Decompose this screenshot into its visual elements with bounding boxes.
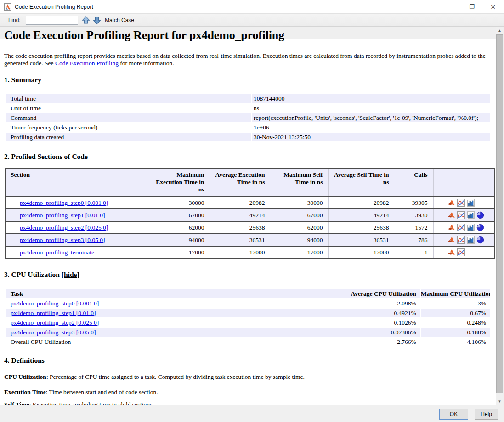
cpu-utilization-table: Task Average CPU Utilization Maximum CPU…	[5, 288, 491, 347]
pie-chart-icon[interactable]	[476, 211, 484, 219]
avg-exec-value: 17000	[210, 246, 271, 259]
section-link[interactable]: px4demo_profiling_step1 [0.01 0]	[20, 212, 105, 219]
summary-table: Total time 1087144000 Unit of time ns Co…	[5, 93, 491, 142]
histogram-icon[interactable]	[467, 224, 475, 231]
match-case-toggle[interactable]: Match Case	[105, 17, 134, 23]
summary-label: Timer frequency (ticks per second)	[6, 123, 251, 132]
toolbar-grip	[3, 17, 4, 24]
line-plot-icon[interactable]	[457, 224, 465, 231]
line-plot-icon[interactable]	[457, 199, 465, 207]
avg-self-value: 49214	[328, 209, 395, 221]
summary-row: Timer frequency (ticks per second) 1e+06	[6, 123, 490, 132]
window-title: Code Execution Profiling Report	[15, 4, 93, 10]
matlab-icon[interactable]	[447, 199, 455, 207]
section-row: px4demo_profiling_terminate 17000 17000 …	[6, 246, 495, 259]
calls-value: 39305	[395, 197, 433, 209]
task-link[interactable]: px4demo_profiling_step3 [0.05 0]	[11, 329, 96, 336]
col-avg-self: Average Self Time in ns	[328, 168, 395, 197]
section-action-icons	[433, 234, 495, 246]
ok-button[interactable]: OK	[439, 409, 468, 420]
matlab-window-icon	[4, 3, 11, 11]
max-exec-value: 30000	[148, 197, 210, 209]
cpu-row: px4demo_profiling_step2 [0.025 0] 0.1026…	[6, 318, 490, 327]
report-content: Code Execution Profiling Report for px4d…	[0, 27, 497, 405]
col-task: Task	[6, 289, 283, 298]
help-button[interactable]: Help	[475, 409, 498, 420]
summary-label: Unit of time	[6, 104, 251, 113]
max-self-value: 94000	[271, 234, 328, 246]
find-previous-icon[interactable]	[81, 16, 91, 25]
pie-chart-icon[interactable]	[476, 224, 484, 231]
hide-link[interactable]: hide	[64, 270, 77, 278]
report-title: Code Execution Profiling Report for px4d…	[4, 28, 284, 42]
definition-item: Execution Time: Time between start and e…	[4, 388, 158, 396]
summary-value: ns	[252, 104, 490, 113]
minimize-button[interactable]: –	[440, 0, 461, 13]
section-action-icons	[433, 221, 495, 234]
histogram-icon[interactable]	[467, 236, 475, 244]
avg-cpu-value: 2.766%	[283, 338, 420, 346]
matlab-icon[interactable]	[447, 224, 455, 231]
avg-self-value: 17000	[328, 246, 395, 259]
line-plot-icon[interactable]	[457, 248, 465, 256]
scrollbar-thumb[interactable]	[496, 34, 503, 393]
section-link[interactable]: px4demo_profiling_step3 [0.05 0]	[20, 236, 105, 243]
max-cpu-value: 0.248%	[421, 318, 490, 327]
cpu-row: px4demo_profiling_step1 [0.01 0] 0.4921%…	[6, 309, 490, 317]
max-cpu-value: 0.67%	[421, 309, 490, 317]
line-plot-icon[interactable]	[457, 236, 465, 244]
max-self-value: 67000	[271, 209, 328, 221]
section-link[interactable]: px4demo_profiling_step2 [0.025 0]	[20, 224, 108, 231]
histogram-icon[interactable]	[467, 211, 475, 219]
cpu-heading-text: 3. CPU Utilization	[4, 270, 60, 278]
calls-value: 786	[395, 234, 433, 246]
section-action-icons	[433, 197, 495, 209]
line-plot-icon[interactable]	[457, 211, 465, 219]
section-link[interactable]: px4demo_profiling_step0 [0.001 0]	[20, 199, 108, 206]
col-section: Section	[6, 168, 148, 197]
scroll-up-icon[interactable]: ▲	[496, 27, 504, 34]
code-execution-profiling-link[interactable]: Code Execution Profiling	[55, 60, 119, 67]
avg-cpu-value: 2.098%	[283, 299, 420, 308]
section-action-icons	[433, 209, 495, 221]
pie-chart-icon[interactable]	[476, 236, 484, 244]
calls-value: 1	[395, 246, 433, 259]
max-exec-value: 62000	[148, 221, 210, 234]
matlab-icon[interactable]	[447, 236, 455, 244]
histogram-icon[interactable]	[467, 199, 475, 207]
sections-header-row: Section Maximum Execution Time in ns Ave…	[6, 168, 495, 197]
max-exec-value: 94000	[148, 234, 210, 246]
avg-exec-value: 49214	[210, 209, 271, 221]
avg-cpu-value: 0.1026%	[283, 318, 420, 327]
avg-cpu-value: 0.4921%	[283, 309, 420, 317]
max-self-value: 30000	[271, 197, 328, 209]
calls-value: 1572	[395, 221, 433, 234]
max-cpu-value: 4.106%	[421, 338, 490, 346]
col-actions	[433, 168, 495, 197]
vertical-scrollbar: ▲ ▼	[496, 27, 504, 405]
profiled-sections-table: Section Maximum Execution Time in ns Ave…	[5, 168, 495, 259]
bottom-button-bar: OK Help	[0, 405, 504, 422]
col-avg-exec: Average Execution Time in ns	[210, 168, 271, 197]
matlab-icon[interactable]	[447, 211, 455, 219]
task-link[interactable]: px4demo_profiling_step0 [0.001 0]	[11, 300, 99, 307]
summary-value: 1e+06	[252, 123, 490, 132]
cpu-row: px4demo_profiling_step3 [0.05 0] 0.07306…	[6, 328, 490, 337]
section-action-icons	[433, 246, 495, 259]
summary-row: Unit of time ns	[6, 104, 490, 113]
col-calls: Calls	[395, 168, 433, 197]
summary-row: Command report(executionProfile, 'Units'…	[6, 113, 490, 122]
col-max-exec: Maximum Execution Time in ns	[148, 168, 210, 197]
maximize-button[interactable]: ❐	[461, 0, 482, 13]
task-link[interactable]: px4demo_profiling_step2 [0.025 0]	[11, 319, 99, 326]
matlab-icon[interactable]	[447, 248, 455, 256]
find-next-icon[interactable]	[92, 16, 102, 25]
section-link[interactable]: px4demo_profiling_terminate	[20, 249, 94, 256]
find-input[interactable]	[26, 16, 78, 25]
section-row: px4demo_profiling_step2 [0.025 0] 62000 …	[6, 221, 495, 234]
max-self-value: 62000	[271, 221, 328, 234]
task-link[interactable]: px4demo_profiling_step1 [0.01 0]	[11, 309, 96, 316]
definition-text: : Percentage of CPU time assigned to a t…	[46, 373, 305, 380]
max-cpu-value: 0.188%	[421, 328, 490, 337]
close-button[interactable]: ✕	[482, 0, 504, 13]
